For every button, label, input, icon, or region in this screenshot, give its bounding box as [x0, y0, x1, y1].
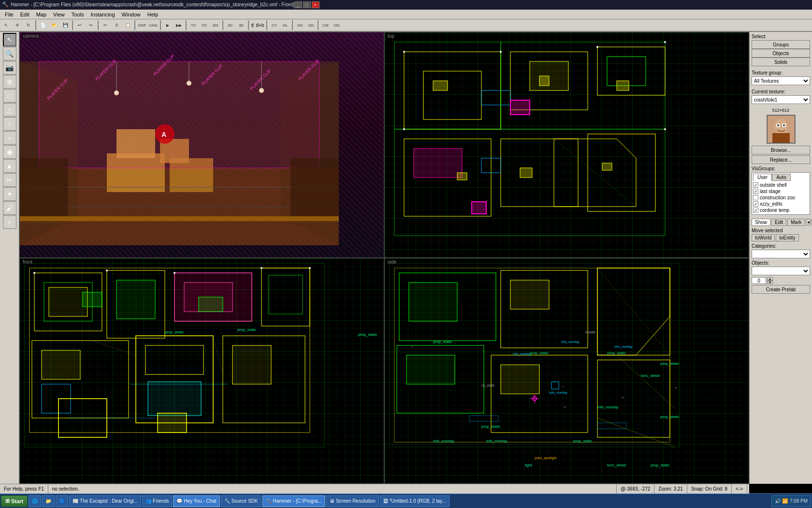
tool-paste[interactable]: 📋: [122, 20, 133, 30]
tool-grid[interactable]: GD: [305, 20, 316, 30]
taskbar-hammer[interactable]: 🔨 Hammer - [C:\Progra...: [262, 495, 325, 507]
tool-zoom[interactable]: 🔍: [3, 47, 16, 60]
svg-rect-100: [409, 283, 457, 321]
tool-undo[interactable]: ↩: [74, 20, 85, 30]
create-prelab-button[interactable]: Create Prelab: [752, 285, 810, 294]
visgroups-tab-auto[interactable]: Auto: [772, 174, 791, 181]
tool-open[interactable]: 📂: [49, 20, 59, 30]
tool-save[interactable]: 💾: [60, 20, 71, 30]
tool-redo[interactable]: ↪: [86, 20, 96, 30]
replace-button[interactable]: Replace...: [752, 155, 810, 164]
menu-edit[interactable]: Edit: [17, 11, 32, 18]
tool-texture[interactable]: TX: [188, 20, 199, 30]
taskbar-friends[interactable]: 👥 Friends: [142, 495, 172, 507]
tool-displacement[interactable]: ≈: [3, 215, 16, 229]
tool-run[interactable]: ▶▶: [174, 20, 184, 30]
titlebar-controls[interactable]: _ □ ×: [294, 1, 319, 8]
categories-select[interactable]: [752, 250, 810, 258]
tool-clipping[interactable]: ✂: [3, 173, 16, 187]
visgroup-last-stage-check[interactable]: [753, 189, 758, 194]
status-arrows: <->: [732, 484, 747, 493]
tool-select-arrow[interactable]: ↖: [1, 20, 12, 30]
tool-rotate[interactable]: ↻: [23, 20, 34, 30]
visgroup-outside-shell-check[interactable]: [753, 182, 758, 188]
show-tab[interactable]: Show: [752, 219, 770, 226]
tool-copy[interactable]: ⎘: [111, 20, 122, 30]
visgroup-last-stage[interactable]: last stage: [753, 188, 809, 194]
visgroup-outside-shell[interactable]: outside shell: [753, 182, 809, 188]
tool-cut[interactable]: ✂: [100, 20, 111, 30]
objects-select[interactable]: [752, 267, 810, 275]
mark-tab[interactable]: Mark: [787, 219, 805, 226]
viewport-top[interactable]: top: [384, 32, 749, 258]
tool-entity-create[interactable]: ⊕: [3, 75, 16, 89]
minimize-button[interactable]: _: [294, 1, 302, 8]
tool-vis[interactable]: VIS: [331, 20, 342, 30]
tool-cm[interactable]: CM: [320, 20, 331, 30]
tool-compile[interactable]: ▶: [162, 20, 173, 30]
start-button[interactable]: ⊞ Start: [1, 495, 28, 507]
select-solids-button[interactable]: Solids: [752, 58, 810, 66]
visgroup-xzzy-edits[interactable]: xzzy_edits: [753, 201, 809, 207]
tool-hollow[interactable]: HL: [280, 20, 290, 30]
maximize-button[interactable]: □: [303, 1, 311, 8]
tool-group[interactable]: GRP: [137, 20, 147, 30]
svg-point-153: [783, 124, 785, 126]
menu-instancing[interactable]: Instancing: [87, 11, 117, 18]
visgroups-tab-user[interactable]: User: [753, 174, 772, 181]
edit-tab[interactable]: Edit: [771, 219, 786, 226]
select-objects-button[interactable]: Objects: [752, 49, 810, 58]
viewport-camera[interactable]: camera: [19, 32, 384, 258]
menu-map[interactable]: Map: [33, 11, 49, 18]
visgroup-cordone-temp[interactable]: cordone temp: [753, 207, 809, 213]
visgroup-xzzy-edits-check[interactable]: [753, 201, 758, 207]
menu-file[interactable]: File: [2, 11, 16, 18]
tool-cylinder[interactable]: ○: [3, 117, 16, 131]
taskbar-ie[interactable]: 🌐: [29, 495, 41, 507]
visgroup-construction-zoo[interactable]: construction zoo: [753, 194, 809, 201]
menu-view[interactable]: View: [50, 11, 68, 18]
taskbar-chrome[interactable]: 🔵: [56, 495, 68, 507]
tool-snap[interactable]: SN: [294, 20, 305, 30]
close-button[interactable]: ×: [312, 1, 319, 8]
tool-wedge[interactable]: △: [3, 103, 16, 117]
tool-translate[interactable]: ✛: [12, 20, 23, 30]
viewport-side[interactable]: side: [384, 258, 749, 484]
taskbar-untitled[interactable]: 🖼 *Untitled-1.0 (RGB, 2 lay...: [380, 495, 450, 507]
tool-ungroup[interactable]: UNG: [148, 20, 159, 30]
tool-3d[interactable]: 3D: [236, 20, 246, 30]
taskbar-sourcesdk[interactable]: 🔧 Source SDK: [221, 495, 261, 507]
tool-sphere[interactable]: ◉: [3, 145, 16, 159]
to-entity-button[interactable]: toEntity: [776, 234, 798, 241]
menu-help[interactable]: Help: [145, 11, 161, 18]
to-world-button[interactable]: toWorld: [752, 234, 775, 241]
tool-carve[interactable]: CV: [269, 20, 279, 30]
tool-entity[interactable]: EN: [210, 20, 221, 30]
tool-paint[interactable]: 🖌: [3, 201, 16, 215]
tool-pointer[interactable]: ↖: [3, 33, 16, 46]
viewport-front[interactable]: front: [19, 258, 384, 484]
num-up[interactable]: ▲: [767, 277, 773, 281]
taskbar-resolution[interactable]: 🖥 Screen Resolution: [326, 495, 379, 507]
menu-window[interactable]: Window: [119, 11, 144, 18]
tool-cone[interactable]: ▲: [3, 159, 16, 173]
tool-2d[interactable]: 2D: [225, 20, 235, 30]
visgroup-cordone-temp-check[interactable]: [753, 208, 758, 213]
menu-tools[interactable]: Tools: [69, 11, 87, 18]
tool-block[interactable]: □: [3, 89, 16, 103]
tool-new[interactable]: 📄: [38, 20, 48, 30]
num-down[interactable]: ▼: [767, 281, 773, 284]
texture-group-select[interactable]: All Textures: [752, 76, 810, 85]
taskbar-escapist[interactable]: 📰 The Escapist : Dear Origi...: [69, 495, 141, 507]
tool-vertex[interactable]: ✦: [3, 187, 16, 201]
select-groups-button[interactable]: Groups: [752, 40, 810, 49]
visgroup-construction-zoo-check[interactable]: [753, 195, 758, 200]
taskbar-folder[interactable]: 📁: [42, 495, 55, 507]
tool-arch[interactable]: ⌢: [3, 131, 16, 145]
tool-camera[interactable]: 📷: [3, 61, 16, 75]
current-texture-select[interactable]: crash/toki1: [752, 95, 810, 104]
nav-prev-arrow[interactable]: ◄: [806, 219, 811, 225]
browse-button[interactable]: Browse...: [752, 146, 810, 154]
tool-face[interactable]: FC: [199, 20, 210, 30]
taskbar-chat[interactable]: 💬 Hey You - Chat: [173, 495, 219, 507]
